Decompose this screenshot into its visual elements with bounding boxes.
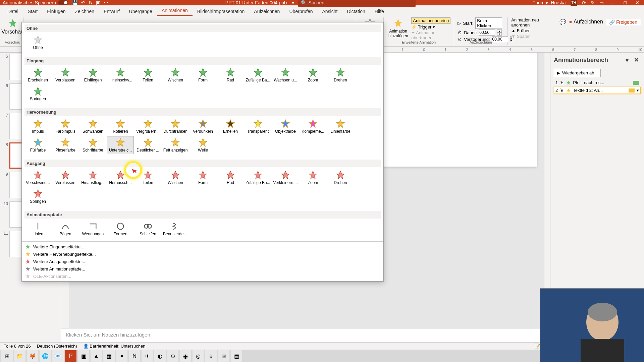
tab-dictation[interactable]: Dictation — [342, 7, 370, 16]
draw-icon[interactable]: ✎ — [591, 0, 595, 5]
anim-hervor-Farbimpuls[interactable]: Farbimpuls — [52, 117, 79, 135]
anim-hervor-Impuls[interactable]: Impuls — [24, 117, 51, 135]
app-icon[interactable]: ✉ — [218, 350, 229, 362]
present-icon[interactable]: ▣ — [96, 0, 100, 5]
anim-hervor-Linienfarbe[interactable]: Linienfarbe — [327, 117, 354, 135]
app-icon[interactable]: ▣ — [78, 350, 89, 362]
undo-icon[interactable]: ↶ — [81, 0, 85, 5]
gallery-link[interactable]: Weitere Hervorhebungseffekte... — [22, 250, 383, 258]
collapse-button[interactable]: ▾ — [624, 55, 630, 65]
vlc-icon[interactable]: ▲ — [91, 350, 102, 362]
anim-eingang-Einfliegen[interactable]: Einfliegen — [79, 66, 106, 84]
accessibility[interactable]: 👤 Barrierefreiheit: Untersuchen — [83, 344, 146, 349]
autosave-toggle[interactable]: Automatisches Speichern — [3, 0, 68, 5]
play-from-button[interactable]: ▶ Wiedergeben ab — [554, 69, 601, 77]
comments-icon[interactable]: 💬 — [559, 19, 566, 25]
anim-hervor-Erhellen[interactable]: Erhellen — [217, 117, 244, 135]
app-icon[interactable]: ◎ — [193, 350, 204, 362]
anim-eingang-Springen[interactable]: Springen — [24, 85, 51, 103]
tab-hilfe[interactable]: Hilfe — [370, 7, 389, 16]
anim-eingang-Rad[interactable]: Rad — [217, 66, 244, 84]
anim-ausgang-Verschwind...[interactable]: Verschwind... — [24, 169, 51, 187]
dauer-input[interactable] — [479, 29, 495, 36]
animation-hinzufuegen-button[interactable]: Animation hinzufügen — [387, 17, 409, 40]
anim-item-2[interactable]: 2🖱Textfeld 2: An...▾ — [554, 87, 641, 94]
aufzeichnen-button[interactable]: ●Aufzeichnen — [569, 19, 603, 25]
slide-count[interactable]: Folie 8 von 26 — [3, 344, 31, 349]
frueher-button[interactable]: ▲ Früher — [511, 28, 555, 33]
app-icon[interactable]: ▤ — [231, 350, 242, 362]
explorer-icon[interactable]: 📁 — [14, 350, 25, 362]
tab-entwurf[interactable]: Entwurf — [99, 7, 124, 16]
anim-eingang-Form[interactable]: Form — [190, 66, 216, 84]
filename[interactable]: PPT 01 Roter Faden 004.pptx — [225, 0, 288, 5]
anim-ausgang-Heraussch...[interactable]: Heraussch... — [107, 169, 134, 187]
animationsbereich-button[interactable]: Animationsbereich — [411, 17, 450, 24]
vorschau-button[interactable]: Vorschau — [5, 17, 20, 36]
start-button[interactable]: ⊞ — [1, 350, 13, 362]
anim-eingang-Wachsen u...[interactable]: Wachsen u... — [272, 66, 299, 84]
anim-eingang-Drehen[interactable]: Drehen — [327, 66, 354, 84]
ribbon-opts-icon[interactable]: ▭ — [599, 0, 604, 5]
app-icon[interactable]: ◐ — [154, 350, 166, 362]
anim-pfad-Formen[interactable]: Formen — [107, 220, 134, 238]
animation-gallery-dropdown[interactable]: Ohne Ohne Eingang ErscheinenVerblassenEi… — [21, 22, 384, 282]
anim-ausgang-Springen[interactable]: Springen — [24, 187, 51, 205]
anim-ausgang-Zufällige Ba...[interactable]: Zufällige Ba... — [245, 169, 271, 187]
anim-eingang-Zoom[interactable]: Zoom — [300, 66, 326, 84]
gallery-link[interactable]: Weitere Ausgangseffekte... — [22, 258, 383, 265]
gallery-link[interactable]: Weitere Animationspfade... — [22, 265, 383, 273]
user-name[interactable]: Thomas Hruska — [533, 0, 566, 5]
freigeben-button[interactable]: 🔗 Freigeben — [606, 19, 641, 25]
tab-animationen[interactable]: Animationen — [157, 6, 193, 16]
anim-eingang-Verblassen[interactable]: Verblassen — [52, 66, 79, 84]
start-select[interactable]: Beim Klicken — [475, 17, 502, 29]
anim-pfad-Schleifen[interactable]: Schleifen — [135, 220, 161, 238]
scrollbar[interactable] — [544, 53, 550, 328]
sync-icon[interactable]: ⟳ — [582, 0, 586, 5]
anim-hervor-Welle[interactable]: Welle — [190, 136, 216, 154]
tab-überprüfen[interactable]: Überprüfen — [284, 7, 317, 16]
anim-hervor-Unterstreic...[interactable]: Unterstreic... — [107, 136, 134, 154]
anim-hervor-Schriftfarbe[interactable]: Schriftfarbe — [79, 136, 106, 154]
anim-ohne[interactable]: Ohne — [24, 34, 51, 52]
avatar[interactable]: TH — [571, 0, 577, 6]
anim-ausgang-Verkleinern ...[interactable]: Verkleinern ... — [272, 169, 299, 187]
anim-ausgang-Zoom[interactable]: Zoom — [300, 169, 326, 187]
app-icon[interactable]: ◉ — [180, 350, 191, 362]
tab-einfügen[interactable]: Einfügen — [42, 7, 70, 16]
spinner[interactable]: ▴▾ — [497, 29, 502, 36]
anim-eingang-Wischen[interactable]: Wischen — [162, 66, 189, 84]
redo-icon[interactable]: ↻ — [89, 0, 93, 5]
anim-hervor-Objektfarbe[interactable]: Objektfarbe — [272, 117, 299, 135]
anim-ausgang-Form[interactable]: Form — [190, 169, 216, 187]
trigger-button[interactable]: ⚡ Trigger ▾ — [411, 24, 450, 29]
chrome-icon[interactable]: 🌐 — [40, 350, 51, 362]
chevron-down-icon[interactable]: ▾ — [292, 0, 294, 5]
search-input[interactable]: 🔍 Suchen — [298, 0, 416, 7]
save-icon[interactable]: 💾 — [72, 0, 78, 5]
minimize-button[interactable]: — — [608, 0, 617, 5]
tab-aufzeichnen[interactable]: Aufzeichnen — [249, 7, 284, 16]
app-icon[interactable]: ▦ — [103, 350, 115, 362]
anim-pfad-Wendungen[interactable]: Wendungen — [79, 220, 106, 238]
anim-hervor-Fett anzeigen[interactable]: Fett anzeigen — [162, 136, 189, 154]
anim-pfad-Bögen[interactable]: Bögen — [52, 220, 79, 238]
anim-hervor-Vergrößern...[interactable]: Vergrößern... — [135, 117, 161, 135]
maximize-button[interactable]: □ — [622, 0, 629, 5]
anim-hervor-Transparent[interactable]: Transparent — [245, 117, 271, 135]
onenote-icon[interactable]: N — [129, 350, 140, 362]
edge-icon[interactable]: e — [205, 350, 217, 362]
anim-ausgang-Rad[interactable]: Rad — [217, 169, 244, 187]
more-icon[interactable]: ⋯ — [104, 0, 108, 5]
close-button[interactable]: ✕ — [633, 0, 641, 5]
anim-pfad-Linien[interactable]: Linien — [24, 220, 51, 238]
tab-ansicht[interactable]: Ansicht — [317, 7, 342, 16]
anim-hervor-Verdunkeln[interactable]: Verdunkeln — [190, 117, 216, 135]
gallery-link[interactable]: Weitere Eingangseffekte... — [22, 243, 383, 250]
anim-ausgang-Hinausflieg...[interactable]: Hinausflieg... — [79, 169, 106, 187]
language[interactable]: Deutsch (Österreich) — [37, 344, 77, 349]
app-icon[interactable]: ⊙ — [167, 350, 178, 362]
anim-ausgang-Verblassen[interactable]: Verblassen — [52, 169, 79, 187]
anim-hervor-Schwanken[interactable]: Schwanken — [79, 117, 106, 135]
